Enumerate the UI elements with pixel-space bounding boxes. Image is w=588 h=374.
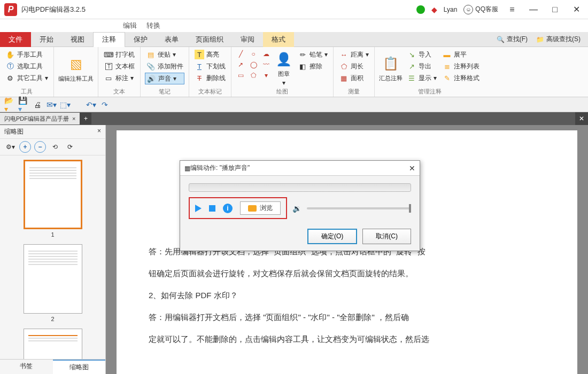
tab-review[interactable]: 审阅 <box>232 32 263 47</box>
rotate-ccw-icon[interactable]: ⟲ <box>49 141 61 153</box>
zoom-in-icon[interactable]: + <box>19 141 31 153</box>
user-name[interactable]: Lyan <box>444 6 458 13</box>
chevron-down-icon: ▾ <box>173 51 176 58</box>
tab-form[interactable]: 表单 <box>156 32 187 47</box>
info-button[interactable]: i <box>223 204 233 213</box>
anno-format[interactable]: ✎注释格式 <box>441 73 481 83</box>
callout-tool[interactable]: ▭标注▾ <box>103 73 136 83</box>
add-tab-button[interactable]: + <box>80 113 91 124</box>
volume-slider[interactable] <box>307 207 411 209</box>
sound-icon: 🔊 <box>146 74 156 83</box>
menu-edit[interactable]: 编辑 <box>123 21 137 30</box>
export-anno[interactable]: ↗导出 <box>406 61 438 72</box>
title-bar: P 闪电PDF编辑器3.2.5 ◆ Lyan ☺ QQ客服 ≡ — □ ✕ <box>0 0 588 19</box>
rect-shape[interactable]: ▭ <box>236 71 245 80</box>
thumbnail-3[interactable]: 🗐 3 <box>24 329 82 359</box>
chevron-down-icon: ▾ <box>366 51 369 58</box>
sticky-note-tool[interactable]: ▤便贴▾ <box>145 49 184 60</box>
undo-icon[interactable]: ↶▾ <box>86 99 96 110</box>
ok-button[interactable]: 确定(O) <box>307 229 357 244</box>
pentagon-shape[interactable]: ⬠ <box>249 71 258 80</box>
select-icon: Ⓣ <box>5 61 15 71</box>
browse-button[interactable]: 浏览 <box>240 201 281 215</box>
close-all-button[interactable]: ✕ <box>575 112 588 125</box>
line-shape[interactable]: ╱ <box>236 49 245 59</box>
print-icon[interactable]: 🖨 <box>32 99 43 110</box>
typewriter-tool[interactable]: ⌨打字机 <box>103 49 136 60</box>
more-shapes[interactable]: ▾ <box>261 71 271 80</box>
sound-tool[interactable]: 🔊声音▾ <box>145 73 184 84</box>
tab-view[interactable]: 视图 <box>62 32 93 47</box>
distance-tool[interactable]: ↔距离▾ <box>338 49 370 60</box>
stamp-tool[interactable]: 👤 图章▾ <box>274 49 293 87</box>
hand-tool[interactable]: ✋手形工具 <box>4 49 49 60</box>
select-tool[interactable]: Ⓣ选取工具 <box>4 61 49 72</box>
polyline-shape[interactable]: 〰 <box>261 60 271 69</box>
close-tab-icon[interactable]: × <box>72 115 75 122</box>
open-icon[interactable]: 📂▾ <box>4 99 15 110</box>
save-icon[interactable]: 💾▾ <box>18 99 29 110</box>
dialog-close-icon[interactable]: ✕ <box>409 164 415 173</box>
area-tool[interactable]: ▦面积 <box>338 73 370 83</box>
tab-format[interactable]: 格式 <box>263 32 294 47</box>
summary-tool[interactable]: 📋 汇总注释 <box>379 49 403 87</box>
speaker-icon[interactable]: 🔉 <box>292 204 301 213</box>
edit-annotation-tool[interactable]: ▧ 编辑注释工具 <box>58 49 94 88</box>
scan-icon[interactable]: ⬚▾ <box>60 99 71 110</box>
qq-support[interactable]: ☺ QQ客服 <box>463 5 498 14</box>
thumbnails[interactable]: 1 2 🗐 3 <box>0 155 105 359</box>
pencil-tool[interactable]: ✏铅笔▾ <box>297 49 329 60</box>
close-button[interactable]: ✕ <box>569 2 584 17</box>
eraser-tool[interactable]: ◧擦除 <box>297 61 329 72</box>
tab-pageorg[interactable]: 页面组织 <box>187 32 232 47</box>
attach-tool[interactable]: 📎添加附件 <box>145 61 184 72</box>
cloud-shape[interactable]: ☁ <box>261 49 271 59</box>
cancel-button[interactable]: 取消(C) <box>362 229 411 244</box>
circle-shape[interactable]: ○ <box>249 49 258 59</box>
arrow-shape[interactable]: ↗ <box>236 60 245 69</box>
show-anno[interactable]: ☰显示▾ <box>406 73 438 83</box>
advanced-find-button[interactable]: 📁高级查找(S) <box>533 34 584 45</box>
stop-button[interactable] <box>209 205 215 212</box>
thumbnail-2[interactable]: 2 <box>24 244 82 322</box>
import-anno[interactable]: ↘导入 <box>406 49 438 60</box>
ribbon: ✋手形工具 Ⓣ选取工具 ⚙其它工具▾ 工具 ▧ 编辑注释工具 ⌨打字机 🅃文本框… <box>0 47 588 97</box>
redo-icon[interactable]: ↷ <box>99 99 110 110</box>
app-title: 闪电PDF编辑器3.2.5 <box>21 5 86 14</box>
minimize-button[interactable]: — <box>526 2 541 17</box>
other-tools[interactable]: ⚙其它工具▾ <box>4 73 49 83</box>
thumbnails-tab[interactable]: 缩略图 <box>53 360 106 374</box>
perimeter-tool[interactable]: ⬠周长 <box>338 61 370 72</box>
panel-options-icon[interactable]: ⚙▾ <box>4 141 16 153</box>
summary-icon: 📋 <box>381 54 400 73</box>
highlight-tool[interactable]: T高亮 <box>194 49 227 60</box>
rotate-cw-icon[interactable]: ⟳ <box>64 141 76 153</box>
bookmarks-tab[interactable]: 书签 <box>0 360 53 374</box>
flatten-anno[interactable]: ▬展平 <box>441 49 481 60</box>
textbox-icon: 🅃 <box>104 61 113 71</box>
textbox-tool[interactable]: 🅃文本框 <box>103 61 136 72</box>
tab-start[interactable]: 开始 <box>31 32 62 47</box>
wechat-icon[interactable] <box>416 5 425 14</box>
strike-tool[interactable]: T删除线 <box>194 73 227 83</box>
tab-file[interactable]: 文件 <box>0 32 31 47</box>
menu-convert[interactable]: 转换 <box>146 21 160 30</box>
underline-tool[interactable]: T下划线 <box>194 61 227 72</box>
document-tab[interactable]: 闪电PDF编辑器产品手册 × <box>0 113 80 124</box>
progress-track[interactable] <box>189 183 411 192</box>
chevron-down-icon: ▾ <box>173 75 176 82</box>
play-button[interactable] <box>195 205 202 212</box>
thumbnail-1[interactable]: 1 <box>24 160 82 238</box>
mail-icon[interactable]: ✉▾ <box>46 99 57 110</box>
menu-button[interactable]: ≡ <box>505 2 520 17</box>
attach-icon: 📎 <box>146 61 156 71</box>
maximize-button[interactable]: □ <box>547 2 562 17</box>
find-button[interactable]: 🔍查找(F) <box>493 34 531 45</box>
export-icon: ↗ <box>407 61 416 71</box>
oval-shape[interactable]: ◯ <box>249 60 258 69</box>
tab-annotate[interactable]: 注释 <box>93 32 125 47</box>
tab-protect[interactable]: 保护 <box>125 32 156 47</box>
zoom-out-icon[interactable]: − <box>34 141 46 153</box>
anno-list[interactable]: ≣注释列表 <box>441 61 481 72</box>
panel-close-icon[interactable]: × <box>97 127 101 136</box>
